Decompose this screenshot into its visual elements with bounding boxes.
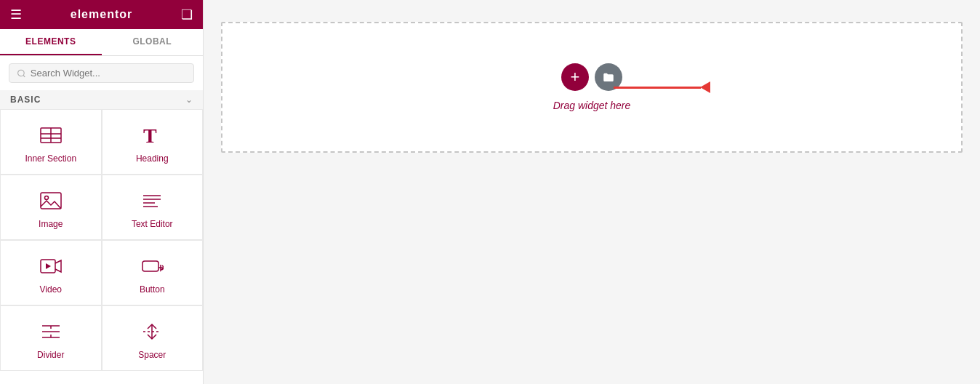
tab-global[interactable]: GLOBAL <box>102 29 204 55</box>
widget-inner-section[interactable]: Inner Section <box>0 109 102 175</box>
widget-label-divider: Divider <box>37 350 64 360</box>
tab-elements[interactable]: ELEMENTS <box>0 29 102 55</box>
widgets-grid: Inner Section T Heading Image <box>0 109 203 371</box>
section-header-basic[interactable]: BASIC ⌄ <box>0 90 203 109</box>
search-wrap <box>9 63 194 83</box>
widget-text-editor[interactable]: Text Editor <box>102 175 204 240</box>
widget-label-spacer: Spacer <box>138 350 166 360</box>
search-container <box>0 56 203 90</box>
spacer-icon <box>140 319 164 344</box>
app-title: elementor <box>71 8 132 21</box>
search-icon <box>17 68 26 79</box>
svg-line-1 <box>23 75 25 76</box>
widget-label-image: Image <box>39 219 63 229</box>
hamburger-icon[interactable]: ☰ <box>10 7 22 23</box>
image-icon <box>39 188 63 213</box>
main-canvas: + Drag widget here <box>204 0 980 384</box>
widget-divider[interactable]: Divider <box>0 305 102 371</box>
video-icon <box>39 254 63 279</box>
divider-icon <box>39 319 63 344</box>
svg-text:T: T <box>143 124 157 147</box>
apps-icon[interactable]: ❏ <box>181 7 193 23</box>
inner-section-icon <box>39 123 63 148</box>
chevron-down-icon: ⌄ <box>185 95 193 105</box>
arrow-line <box>614 87 701 89</box>
widget-label-video: Video <box>40 284 62 295</box>
button-icon <box>140 254 164 279</box>
svg-marker-14 <box>46 263 51 269</box>
heading-icon: T <box>140 123 164 148</box>
svg-rect-7 <box>41 193 61 209</box>
widget-label-text-editor: Text Editor <box>132 219 173 229</box>
widget-heading[interactable]: T Heading <box>102 109 204 175</box>
widget-button[interactable]: Button <box>102 240 204 305</box>
svg-point-0 <box>18 70 25 76</box>
arrow-head <box>700 81 710 93</box>
add-section-button[interactable]: + <box>561 63 589 91</box>
widget-image[interactable]: Image <box>0 175 102 240</box>
drop-zone-buttons: + <box>561 63 622 91</box>
sidebar-header: ☰ elementor ❏ <box>0 0 203 29</box>
svg-point-8 <box>44 196 48 200</box>
svg-rect-15 <box>142 261 158 271</box>
widget-spacer[interactable]: Spacer <box>102 305 204 371</box>
drop-text: Drag widget here <box>553 100 631 111</box>
sidebar: ☰ elementor ❏ ELEMENTS GLOBAL BASIC ⌄ <box>0 0 204 384</box>
widget-label-button: Button <box>140 284 165 295</box>
widget-label-inner-section: Inner Section <box>25 153 76 164</box>
widget-video[interactable]: Video <box>0 240 102 305</box>
search-input[interactable] <box>31 68 186 79</box>
section-title-basic: BASIC <box>10 95 41 105</box>
drop-zone[interactable]: + Drag widget here <box>221 22 963 153</box>
sidebar-tabs: ELEMENTS GLOBAL <box>0 29 203 56</box>
widget-label-heading: Heading <box>136 153 169 164</box>
arrow-container <box>614 81 710 93</box>
text-editor-icon <box>140 188 164 213</box>
